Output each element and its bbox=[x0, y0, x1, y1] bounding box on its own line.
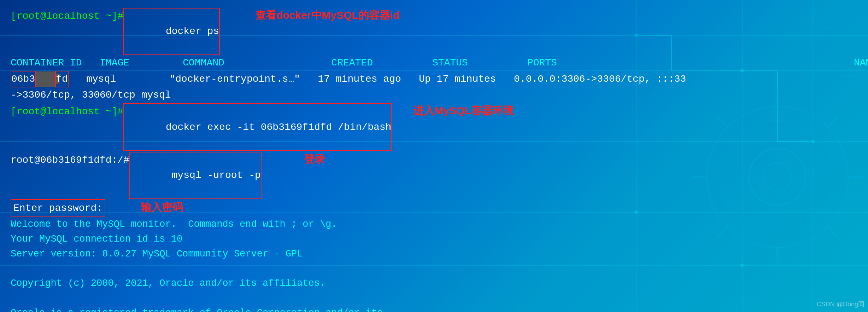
container-id-visible-start: 06b3 bbox=[11, 71, 36, 87]
container-id-end: fd bbox=[55, 71, 69, 87]
data-row-2-line: ->3306/tcp, 33060/tcp mysql bbox=[11, 87, 857, 103]
prompt-2: [root@localhost ~]# bbox=[11, 104, 123, 119]
welcome-blank-1 bbox=[11, 262, 857, 277]
container-id-censored: ████ bbox=[36, 71, 55, 87]
table-header: CONTAINER ID IMAGE COMMAND CREATED STATU… bbox=[11, 55, 857, 70]
welcome-block: Welcome to the MySQL monitor. Commands e… bbox=[11, 217, 857, 312]
cmd-docker-ps-box: docker ps bbox=[123, 8, 220, 55]
welcome-line-1: Your MySQL connection id is 10 bbox=[11, 232, 857, 247]
cmd-mysql-login-box: mysql -uroot -p bbox=[129, 152, 262, 199]
container-data-row: 06b3████fd mysql "docker-entrypoint.s…" … bbox=[11, 71, 857, 87]
line-mysql-login: root@06b3169f1dfd:/# mysql -uroot -p 登录 bbox=[11, 151, 857, 199]
cmd-docker-ps: docker ps bbox=[160, 26, 219, 37]
cmd-mysql-login: mysql -uroot -p bbox=[166, 170, 261, 181]
cmd-docker-exec: docker exec -it 06b3169f1dfd /bin/bash bbox=[160, 122, 391, 133]
welcome-line-4: Oracle is a registered trademark of Orac… bbox=[11, 306, 857, 312]
annotation-login: 登录 bbox=[304, 151, 325, 168]
welcome-line-3: Copyright (c) 2000, 2021, Oracle and/or … bbox=[11, 276, 857, 291]
csdn-watermark: CSDN @Dong同 bbox=[817, 300, 864, 308]
annotation-enter-container: 进入MySQL容器环境 bbox=[413, 103, 513, 119]
annotation-mysql-id: 查看docker中MySQL的容器id bbox=[255, 7, 399, 24]
terminal-content: [root@localhost ~]# docker ps 查看docker中M… bbox=[0, 0, 868, 312]
prompt-3: root@06b3169f1dfd:/# bbox=[11, 152, 129, 168]
line-enter-password: Enter password: 输入密码 bbox=[11, 199, 857, 217]
cmd-docker-exec-box: docker exec -it 06b3169f1dfd /bin/bash bbox=[123, 103, 392, 151]
data-row-2: ->3306/tcp, 33060/tcp mysql bbox=[11, 89, 171, 100]
enter-password-label: Enter password: bbox=[11, 199, 105, 217]
line-docker-ps: [root@localhost ~]# docker ps 查看docker中M… bbox=[11, 7, 857, 55]
header-container-id: CONTAINER ID IMAGE COMMAND CREATED STATU… bbox=[11, 57, 868, 68]
line-docker-exec: [root@localhost ~]# docker exec -it 06b3… bbox=[11, 103, 857, 151]
data-row-1: mysql "docker-entrypoint.s…" 17 minutes … bbox=[69, 71, 686, 87]
annotation-input-password: 输入密码 bbox=[141, 199, 183, 216]
welcome-line-0: Welcome to the MySQL monitor. Commands e… bbox=[11, 217, 857, 232]
welcome-line-2: Server version: 8.0.27 MySQL Community S… bbox=[11, 247, 857, 262]
prompt-1: [root@localhost ~]# bbox=[11, 8, 123, 24]
welcome-blank-2 bbox=[11, 291, 857, 306]
